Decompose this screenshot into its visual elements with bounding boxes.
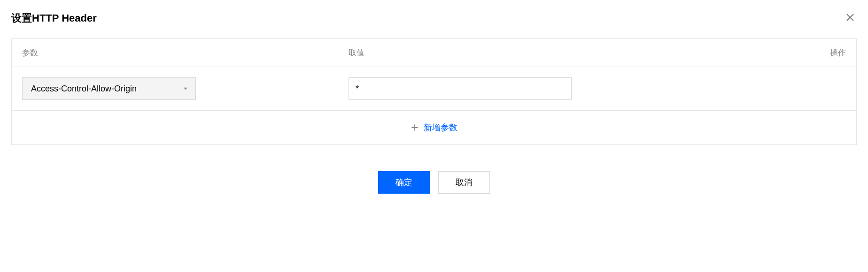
- cancel-button[interactable]: 取消: [438, 171, 490, 194]
- value-cell: [349, 77, 804, 100]
- add-param-button[interactable]: 新增参数: [12, 111, 856, 144]
- confirm-button[interactable]: 确定: [378, 171, 430, 194]
- param-select-value: Access-Control-Allow-Origin: [31, 84, 137, 94]
- dialog-header: 设置HTTP Header: [11, 11, 857, 38]
- table-row: Access-Control-Allow-Origin: [12, 67, 856, 111]
- header-action: 操作: [804, 47, 846, 58]
- param-cell: Access-Control-Allow-Origin: [22, 77, 349, 100]
- param-select[interactable]: Access-Control-Allow-Origin: [22, 77, 196, 100]
- chevron-down-icon: [182, 85, 189, 92]
- http-header-table: 参数 取值 操作 Access-Control-Allow-Origin: [11, 38, 857, 145]
- dialog-title: 设置HTTP Header: [11, 11, 97, 25]
- header-value: 取值: [349, 47, 804, 58]
- add-param-label: 新增参数: [424, 122, 457, 133]
- value-input[interactable]: [349, 77, 572, 100]
- table-header-row: 参数 取值 操作: [12, 39, 856, 67]
- dialog-footer: 确定 取消: [11, 171, 857, 194]
- header-param: 参数: [22, 47, 349, 58]
- plus-icon: [411, 123, 419, 132]
- close-button[interactable]: [844, 12, 857, 25]
- close-icon: [845, 12, 855, 24]
